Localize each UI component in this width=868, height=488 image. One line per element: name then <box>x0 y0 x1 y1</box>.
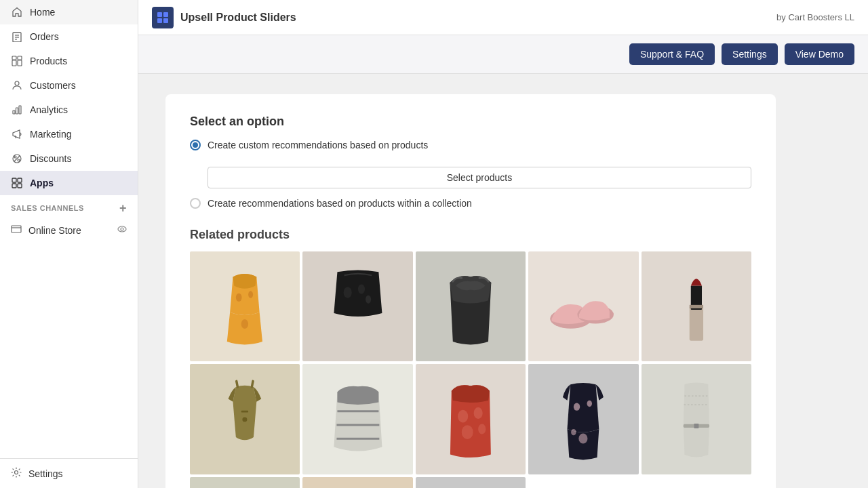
online-store-eye-icon[interactable] <box>117 224 127 236</box>
svg-point-23 <box>121 228 123 230</box>
product-image-9 <box>542 378 625 461</box>
svg-rect-56 <box>694 424 698 428</box>
products-grid <box>190 251 751 488</box>
svg-point-29 <box>236 293 242 302</box>
by-text: by Cart Boosters LL <box>776 12 854 22</box>
svg-rect-18 <box>12 184 16 188</box>
sidebar-item-marketing[interactable]: Marketing <box>0 122 138 146</box>
svg-rect-7 <box>18 56 22 60</box>
sidebar-item-orders-label: Orders <box>30 31 59 42</box>
svg-point-41 <box>243 417 248 422</box>
sidebar-item-home-label: Home <box>30 7 55 18</box>
product-card-6[interactable] <box>190 364 300 474</box>
svg-rect-11 <box>19 106 21 114</box>
radio-option-2-label: Create recommendations based on products… <box>208 198 472 209</box>
radio-circle-1 <box>190 140 201 150</box>
product-card-12[interactable] <box>302 477 412 488</box>
sidebar-item-customers[interactable]: Customers <box>0 73 138 98</box>
svg-point-52 <box>587 400 592 406</box>
svg-point-34 <box>366 296 371 304</box>
product-image-7 <box>317 378 399 461</box>
svg-rect-17 <box>18 178 22 182</box>
view-demo-button[interactable]: View Demo <box>785 43 854 65</box>
settings-icon <box>11 467 22 480</box>
svg-rect-4 <box>12 60 16 66</box>
product-image-6 <box>203 378 286 461</box>
sidebar: Home Orders Products Customers Analytics… <box>0 0 138 488</box>
radio-option-2[interactable]: Create recommendations based on products… <box>190 198 751 209</box>
top-bar-right: by Cart Boosters LL <box>776 12 854 22</box>
svg-rect-37 <box>690 306 703 341</box>
product-image-10 <box>655 378 738 461</box>
sidebar-item-online-store[interactable]: Online Store <box>0 218 138 242</box>
apps-icon <box>11 177 23 189</box>
discounts-icon <box>11 152 23 165</box>
sidebar-item-marketing-label: Marketing <box>30 129 71 140</box>
svg-point-24 <box>15 471 18 474</box>
sidebar-item-analytics[interactable]: Analytics <box>0 98 138 122</box>
select-products-button[interactable]: Select products <box>208 167 751 188</box>
sales-channels-label: SALES CHANNELS <box>11 204 84 212</box>
product-image-8 <box>429 378 512 461</box>
sidebar-item-customers-label: Customers <box>30 80 76 91</box>
product-card-2[interactable] <box>302 251 412 361</box>
add-sales-channel-icon[interactable]: + <box>119 202 127 214</box>
sidebar-item-settings[interactable]: Settings <box>0 459 138 488</box>
customers-icon <box>11 79 23 92</box>
svg-point-13 <box>18 159 20 161</box>
orders-icon <box>11 30 23 43</box>
online-store-label: Online Store <box>28 225 81 236</box>
svg-point-47 <box>458 410 468 423</box>
product-card-13[interactable] <box>416 477 526 488</box>
product-card-5[interactable] <box>642 251 751 361</box>
svg-point-50 <box>478 424 486 434</box>
svg-point-49 <box>462 425 473 439</box>
sidebar-item-discounts[interactable]: Discounts <box>0 146 138 171</box>
svg-point-51 <box>574 403 580 410</box>
product-card-7[interactable] <box>302 364 412 474</box>
product-card-10[interactable] <box>642 364 751 474</box>
product-card-1[interactable] <box>190 251 300 361</box>
svg-point-53 <box>579 433 588 443</box>
sidebar-item-analytics-label: Analytics <box>30 104 68 115</box>
sidebar-item-orders[interactable]: Orders <box>0 24 138 49</box>
svg-rect-28 <box>163 18 168 23</box>
svg-point-30 <box>248 291 253 298</box>
sidebar-item-products[interactable]: Products <box>0 49 138 73</box>
product-card-4[interactable] <box>528 251 638 361</box>
sidebar-item-discounts-label: Discounts <box>30 153 71 164</box>
marketing-icon <box>11 128 23 140</box>
svg-rect-26 <box>163 12 168 17</box>
svg-rect-27 <box>157 18 162 23</box>
product-card-9[interactable] <box>528 364 638 474</box>
sidebar-item-apps[interactable]: Apps <box>0 171 138 195</box>
sidebar-item-home[interactable]: Home <box>0 0 138 24</box>
top-bar: Upsell Product Sliders by Cart Boosters … <box>138 0 868 35</box>
app-icon <box>152 7 174 28</box>
product-card-3[interactable] <box>416 251 526 361</box>
product-card-8[interactable] <box>416 364 526 474</box>
svg-rect-9 <box>13 110 15 114</box>
products-icon <box>11 55 23 67</box>
content-card: Select an option Create custom recommend… <box>165 94 776 488</box>
product-image-2 <box>317 265 399 348</box>
svg-point-22 <box>118 226 126 232</box>
sidebar-item-products-label: Products <box>30 56 67 66</box>
app-title: Upsell Product Sliders <box>180 12 296 24</box>
radio-option-1-label: Create custom recommendations based on p… <box>208 140 428 150</box>
product-card-11[interactable] <box>190 477 300 488</box>
settings-button[interactable]: Settings <box>722 43 778 65</box>
svg-rect-39 <box>690 305 703 308</box>
support-faq-button[interactable]: Support & FAQ <box>629 43 715 65</box>
related-products-title: Related products <box>190 228 751 242</box>
top-bar-left: Upsell Product Sliders <box>152 7 296 28</box>
action-bar: Support & FAQ Settings View Demo <box>138 35 868 74</box>
product-image-3 <box>429 265 512 348</box>
radio-option-1[interactable]: Create custom recommendations based on p… <box>190 140 751 150</box>
svg-point-8 <box>15 81 19 85</box>
sidebar-item-apps-label: Apps <box>30 178 54 188</box>
product-image-1 <box>203 265 286 348</box>
sidebar-bottom: Settings <box>0 458 138 488</box>
product-image-5 <box>655 265 738 348</box>
online-store-left: Online Store <box>11 224 81 237</box>
